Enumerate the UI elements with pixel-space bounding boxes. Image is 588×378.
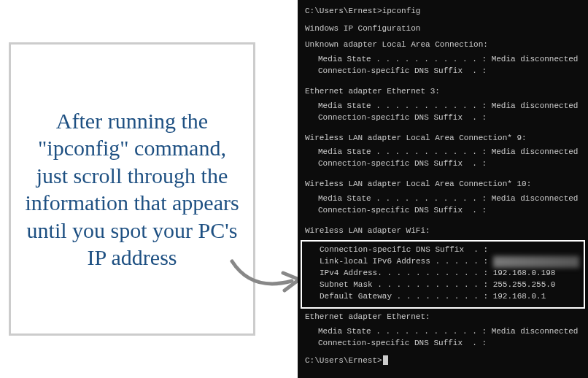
adapter-row: Media State . . . . . . . . . . . : Medi…	[305, 326, 581, 338]
row-sep: :	[477, 101, 492, 112]
row-label: Media State . . . . . . . . . . .	[318, 326, 477, 338]
callout-text: After running the "ipconfig" command, ju…	[24, 107, 240, 271]
wifi-row-ipv4: IPv4 Address. . . . . . . . . . . : 192.…	[306, 268, 579, 279]
row-sep: :	[479, 256, 493, 268]
row-label: Media State . . . . . . . . . . .	[318, 147, 477, 158]
gateway-value: 192.168.0.1	[493, 291, 546, 303]
wifi-row: Link-local IPv6 Address . . . . . :	[306, 256, 579, 268]
row-label: Connection-specific DNS Suffix .	[318, 112, 477, 124]
adapter-title: Wireless LAN adapter Local Area Connecti…	[305, 133, 581, 144]
highlight-box: Connection-specific DNS Suffix . : Link-…	[301, 240, 585, 309]
cursor-icon	[383, 355, 388, 365]
adapter-row: Connection-specific DNS Suffix . :	[305, 158, 581, 170]
row-label: Connection-specific DNS Suffix .	[318, 158, 477, 170]
ethernet-adapter-title: Ethernet adapter Ethernet:	[305, 312, 581, 323]
wifi-adapter-title: Wireless LAN adapter WiFi:	[305, 225, 581, 237]
row-label: Connection-specific DNS Suffix .	[318, 338, 477, 350]
prompt-command: ipconfig	[382, 6, 421, 18]
terminal-window[interactable]: C:\Users\Ernest> ipconfig Windows IP Con…	[298, 0, 588, 378]
row-sep: :	[479, 291, 493, 303]
wifi-row-subnet: Subnet Mask . . . . . . . . . . . : 255.…	[306, 279, 579, 291]
row-sep: :	[477, 158, 487, 170]
subnet-value: 255.255.255.0	[493, 279, 556, 291]
row-sep: :	[479, 244, 488, 256]
adapter-row: Media State . . . . . . . . . . . : Medi…	[305, 101, 581, 112]
row-sep: :	[477, 112, 487, 124]
row-label: Default Gateway . . . . . . . . .	[320, 291, 479, 303]
row-value: Media disconnected	[492, 193, 579, 205]
row-label: Media State . . . . . . . . . . .	[318, 193, 477, 205]
row-value: Media disconnected	[492, 54, 579, 66]
row-value: Media disconnected	[492, 147, 579, 158]
row-value: Media disconnected	[492, 101, 579, 112]
row-sep: :	[479, 268, 493, 279]
prompt-line-2[interactable]: C:\Users\Ernest>	[305, 355, 581, 367]
wifi-row: Connection-specific DNS Suffix . :	[306, 244, 579, 256]
prompt-path: C:\Users\Ernest>	[305, 355, 382, 367]
row-label: IPv4 Address. . . . . . . . . . .	[320, 268, 479, 279]
row-label: Media State . . . . . . . . . . .	[318, 54, 477, 66]
row-label: Connection-specific DNS Suffix .	[318, 205, 477, 217]
row-sep: :	[477, 54, 492, 66]
blank-line	[305, 350, 581, 355]
adapter-title: Unknown adapter Local Area Connection:	[305, 39, 581, 51]
row-sep: :	[477, 193, 492, 205]
row-sep: :	[479, 279, 493, 291]
arrow-icon	[226, 255, 306, 299]
row-sep: :	[477, 66, 487, 77]
row-label: Connection-specific DNS Suffix .	[320, 244, 479, 256]
row-sep: :	[477, 205, 487, 217]
row-label: Link-local IPv6 Address . . . . .	[320, 256, 479, 268]
prompt-path: C:\Users\Ernest>	[305, 6, 382, 18]
adapter-row: Connection-specific DNS Suffix . :	[305, 338, 581, 350]
ipv4-value: 192.168.0.198	[493, 268, 556, 279]
row-value: Media disconnected	[492, 326, 579, 338]
adapter-row: Media State . . . . . . . . . . . : Medi…	[305, 193, 581, 205]
row-sep: :	[477, 147, 492, 158]
row-sep: :	[477, 338, 487, 350]
prompt-line-1: C:\Users\Ernest> ipconfig	[305, 6, 581, 18]
ipconfig-header: Windows IP Configuration	[305, 23, 581, 35]
adapter-row: Connection-specific DNS Suffix . :	[305, 205, 581, 217]
row-sep: :	[477, 326, 492, 338]
callout-box: After running the "ipconfig" command, ju…	[9, 42, 255, 336]
row-label: Connection-specific DNS Suffix .	[318, 66, 477, 77]
wifi-row-gateway: Default Gateway . . . . . . . . . : 192.…	[306, 291, 579, 303]
row-label: Subnet Mask . . . . . . . . . . .	[320, 279, 479, 291]
adapter-title: Wireless LAN adapter Local Area Connecti…	[305, 179, 581, 190]
row-label: Media State . . . . . . . . . . .	[318, 101, 477, 112]
adapter-row: Media State . . . . . . . . . . . : Medi…	[305, 147, 581, 158]
adapter-title: Ethernet adapter Ethernet 3:	[305, 86, 581, 98]
ipv6-redacted	[493, 256, 579, 268]
adapter-row: Connection-specific DNS Suffix . :	[305, 112, 581, 124]
adapter-row: Media State . . . . . . . . . . . : Medi…	[305, 54, 581, 66]
blank-line	[305, 18, 581, 23]
adapter-row: Connection-specific DNS Suffix . :	[305, 66, 581, 77]
